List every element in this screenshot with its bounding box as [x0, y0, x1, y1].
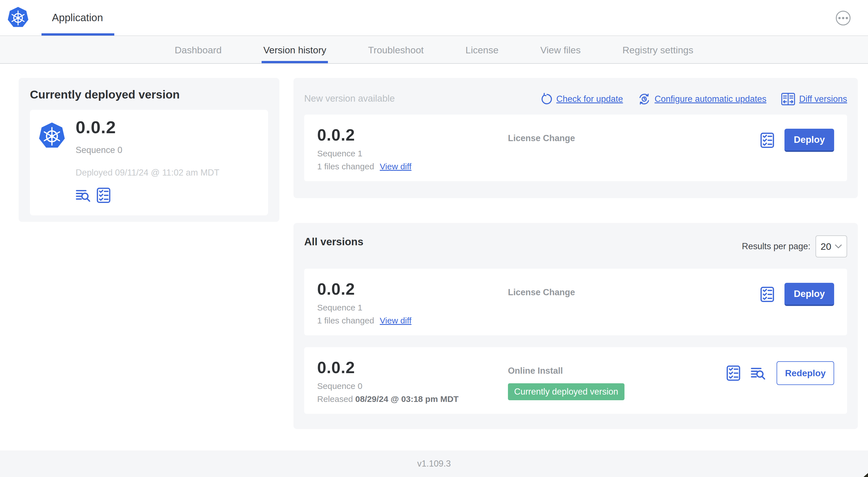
overflow-menu-button[interactable] [836, 11, 850, 25]
configure-automatic-updates-link[interactable]: Configure automatic updates [638, 93, 767, 106]
sequence-label: Sequence 1 [317, 149, 508, 158]
sync-clock-icon [638, 93, 651, 106]
sequence-label: Sequence 1 [317, 303, 508, 312]
app-nav: Dashboard Version history Troubleshoot L… [0, 37, 868, 64]
kubernetes-app-icon [38, 122, 66, 150]
view-diff-link[interactable]: View diff [380, 162, 411, 171]
version-label: 0.0.2 [317, 125, 508, 144]
app-title: Application [52, 0, 103, 35]
preflight-checks-button[interactable] [96, 187, 111, 203]
app-footer: v1.109.3 [0, 450, 868, 477]
all-versions-title: All versions [304, 232, 364, 248]
results-per-page-label: Results per page: [742, 241, 810, 251]
ellipsis-icon [838, 17, 848, 19]
version-label: 0.0.2 [317, 279, 508, 298]
current-version-label: 0.0.2 [75, 117, 219, 137]
tab-view-files[interactable]: View files [540, 37, 581, 63]
checklist-icon [96, 187, 111, 203]
currently-deployed-title: Currently deployed version [30, 88, 268, 101]
version-source-label: License Change [508, 287, 760, 297]
admin-console-version: v1.109.3 [417, 459, 451, 469]
chevron-down-icon [835, 244, 842, 249]
files-changed-label: 1 files changed [317, 316, 374, 325]
redeploy-button[interactable]: Redeploy [777, 361, 834, 385]
currently-deployed-panel: Currently deployed version 0.0.2 Sequenc… [19, 78, 279, 222]
check-for-update-link[interactable]: Check for update [540, 93, 623, 105]
refresh-icon [540, 93, 553, 105]
all-versions-panel: All versions Results per page: 20 0.0.2 … [293, 223, 858, 429]
preflight-checks-button[interactable] [760, 287, 774, 302]
version-row: 0.0.2 Sequence 0 Released 08/29/24 @ 03:… [304, 347, 847, 414]
preflight-checks-button[interactable] [760, 132, 774, 148]
tab-registry-settings[interactable]: Registry settings [622, 37, 693, 63]
deploy-button[interactable]: Deploy [784, 129, 834, 152]
tab-dashboard[interactable]: Dashboard [175, 37, 221, 63]
currently-deployed-badge: Currently deployed version [508, 383, 624, 400]
version-source-label: Online Install [508, 366, 726, 376]
tab-license[interactable]: License [466, 37, 499, 63]
version-source-label: License Change [508, 133, 760, 143]
diff-versions-link[interactable]: Diff versions [781, 93, 847, 106]
preflight-checks-button[interactable] [726, 365, 740, 381]
kubernetes-logo [7, 6, 29, 29]
app-title-active-underline [41, 33, 114, 35]
version-label: 0.0.2 [317, 358, 508, 377]
logs-icon [751, 365, 767, 381]
checklist-icon [760, 132, 774, 148]
diff-icon [781, 93, 795, 106]
tab-version-history[interactable]: Version history [263, 37, 326, 63]
version-row: 0.0.2 Sequence 1 1 files changed View di… [304, 269, 847, 335]
view-diff-link[interactable]: View diff [380, 316, 411, 325]
logs-icon [75, 187, 91, 203]
current-sequence-label: Sequence 0 [75, 145, 219, 155]
view-logs-button[interactable] [75, 187, 91, 203]
new-version-panel: New version available Check for update [293, 78, 858, 198]
currently-deployed-card: 0.0.2 Sequence 0 Deployed 09/11/24 @ 11:… [30, 110, 268, 215]
sequence-label: Sequence 0 [317, 381, 508, 391]
new-version-row: 0.0.2 Sequence 1 1 files changed View di… [304, 115, 847, 181]
checklist-icon [726, 365, 740, 381]
tab-troubleshoot[interactable]: Troubleshoot [368, 37, 424, 63]
current-deployed-timestamp: Deployed 09/11/24 @ 11:02 am MDT [75, 168, 219, 178]
screen-corner-artifact [864, 473, 868, 477]
view-logs-button[interactable] [751, 365, 767, 381]
results-per-page-select[interactable]: 20 [815, 235, 847, 258]
released-timestamp: Released 08/29/24 @ 03:18 pm MDT [317, 394, 508, 404]
app-header: Application [0, 0, 868, 36]
new-version-title: New version available [304, 86, 395, 104]
files-changed-label: 1 files changed [317, 162, 374, 171]
checklist-icon [760, 287, 774, 302]
deploy-button[interactable]: Deploy [784, 283, 834, 306]
